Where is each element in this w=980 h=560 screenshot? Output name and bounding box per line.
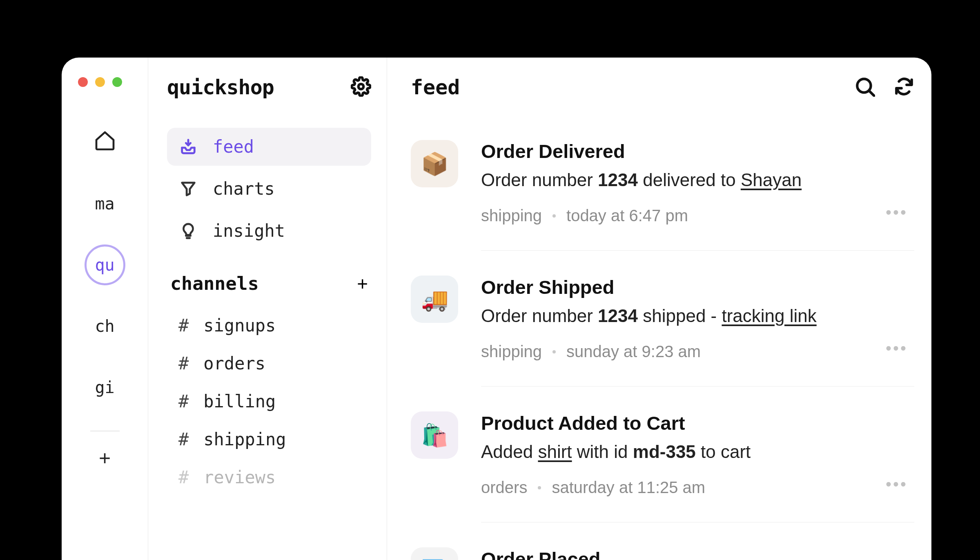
hash-icon: # [178,467,189,487]
feed-body: Order DeliveredOrder number 1234 deliver… [481,140,914,250]
nav-label: feed [213,137,254,157]
add-channel-button[interactable]: + [357,274,368,293]
channel-shipping[interactable]: # shipping [167,420,371,458]
meta-dot-icon [538,486,541,489]
feed-description: Added shirt with id md-335 to cart [481,442,914,462]
feed-description: Order number 1234 delivered to Shayan [481,170,914,190]
refresh-button[interactable] [894,76,914,98]
feed-title: Product Added to Cart [481,412,914,434]
search-button[interactable] [855,76,875,98]
workspace-gi[interactable]: gi [85,367,125,408]
feed-item[interactable]: 📝Order Placed [411,522,914,560]
feed-item[interactable]: 🚚•••Order ShippedOrder number 1234 shipp… [411,250,914,386]
workspace-ch[interactable]: ch [85,306,125,347]
nav-charts[interactable]: charts [167,170,371,208]
meta-dot-icon [552,350,556,353]
channels-header: channels + [167,273,371,294]
workspace-ma[interactable]: ma [85,183,125,224]
home-icon [94,129,116,156]
feed-time: sunday at 9:23 am [566,342,701,361]
svg-line-2 [869,91,875,97]
channel-reviews[interactable]: # reviews [167,458,371,496]
bulb-icon [178,221,198,241]
feed-bold: 1234 [598,306,638,326]
note-icon: 📝 [411,547,458,560]
page-title: feed [411,76,460,99]
nav-label: insight [213,221,285,241]
feed-link[interactable]: Shayan [741,170,802,190]
main-panel: feed 📦•••Order DeliveredOrder number 123… [387,58,931,560]
workspace-label: ma [95,194,114,213]
rail-divider [90,431,120,431]
feed-channel[interactable]: shipping [481,342,542,361]
feed-body: Order ShippedOrder number 1234 shipped -… [481,250,914,386]
refresh-icon [894,76,914,98]
channel-label: orders [203,353,265,373]
truck-icon: 🚚 [411,276,458,323]
channels-title: channels [170,273,259,294]
workspace-label: qu [95,256,114,274]
feed-more-button[interactable]: ••• [886,475,908,493]
feed-title: Order Placed [481,548,914,560]
channel-billing[interactable]: # billing [167,382,371,420]
feed-meta: shippingtoday at 6:47 pm [481,207,914,225]
hash-icon: # [178,391,189,411]
feed-link[interactable]: shirt [538,442,572,462]
feed-channel[interactable]: orders [481,478,527,497]
feed-item[interactable]: 📦•••Order DeliveredOrder number 1234 del… [411,140,914,250]
sidebar-header: quickshop [167,76,371,99]
feed-item[interactable]: 🛍️•••Product Added to CartAdded shirt wi… [411,386,914,522]
feed-bold: md-335 [633,442,696,462]
main-actions [855,76,914,98]
feed-time: today at 6:47 pm [566,207,688,225]
traffic-lights [78,77,122,87]
add-workspace-button[interactable]: + [99,448,111,468]
feed-meta: orderssaturday at 11:25 am [481,478,914,497]
feed-list: 📦•••Order DeliveredOrder number 1234 del… [411,140,914,560]
maximize-window-button[interactable] [112,77,122,87]
nav-feed[interactable]: feed [167,128,371,166]
settings-button[interactable] [351,76,371,98]
feed-title: Order Delivered [481,140,914,162]
feed-meta: shippingsunday at 9:23 am [481,342,914,361]
app-title: quickshop [167,76,274,99]
workspace-label: ch [95,317,114,336]
package-icon: 📦 [411,140,458,187]
channel-label: shipping [203,429,286,449]
nav-insight[interactable]: insight [167,212,371,250]
sidebar: quickshop feed charts insight [148,58,387,560]
feed-bold: 1234 [598,170,638,190]
feed-title: Order Shipped [481,276,914,298]
home-button[interactable] [85,122,125,163]
feed-link[interactable]: tracking link [722,306,816,326]
channel-label: billing [203,391,276,411]
feed-time: saturday at 11:25 am [552,478,705,497]
feed-description: Order number 1234 shipped - tracking lin… [481,306,914,326]
workspace-label: gi [95,378,114,397]
channel-orders[interactable]: # orders [167,344,371,382]
channel-signups[interactable]: # signups [167,307,371,344]
meta-dot-icon [552,214,556,218]
channel-label: signups [203,316,276,336]
nav-label: charts [213,179,275,199]
feed-channel[interactable]: shipping [481,207,542,225]
hash-icon: # [178,429,189,449]
workspace-rail: ma qu ch gi + [62,58,148,560]
hash-icon: # [178,353,189,373]
svg-point-0 [359,84,364,89]
shopping-bags-icon: 🛍️ [411,411,458,459]
app-window: ma qu ch gi + quickshop feed [62,58,931,560]
feed-body: Product Added to CartAdded shirt with id… [481,386,914,522]
feed-more-button[interactable]: ••• [886,339,908,358]
main-header: feed [411,76,914,99]
gear-icon [351,76,371,98]
minimize-window-button[interactable] [95,77,105,87]
channel-label: reviews [203,467,276,487]
workspace-qu[interactable]: qu [85,244,125,285]
inbox-icon [178,137,198,157]
close-window-button[interactable] [78,77,88,87]
search-icon [855,76,875,98]
hash-icon: # [178,316,189,336]
funnel-icon [178,179,198,199]
feed-more-button[interactable]: ••• [886,203,908,222]
